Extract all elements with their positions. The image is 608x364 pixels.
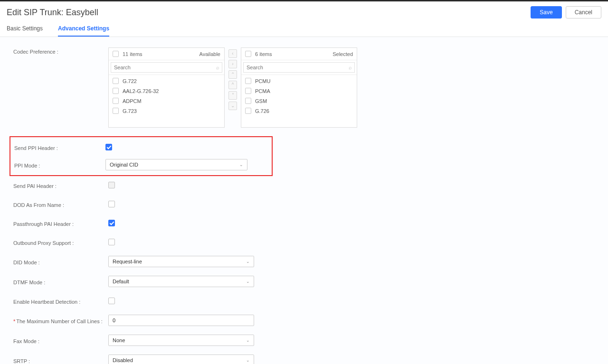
max-lines-input[interactable] xyxy=(108,315,254,326)
send-pai-checkbox[interactable] xyxy=(108,182,115,188)
move-down-button[interactable]: ˅ xyxy=(228,91,237,100)
item-checkbox[interactable] xyxy=(113,78,119,84)
tab-advanced-settings[interactable]: Advanced Settings xyxy=(58,21,109,37)
srtp-select[interactable]: Disabled ⌄ xyxy=(108,355,254,364)
row-did-mode: DID Mode : Request-line ⌄ xyxy=(13,256,595,267)
available-search-wrap: ⌕ xyxy=(109,60,224,75)
item-checkbox[interactable] xyxy=(113,108,119,114)
send-ppi-checkbox[interactable] xyxy=(105,144,112,150)
chevron-down-icon: ⌄ xyxy=(246,338,250,343)
available-search-input[interactable] xyxy=(111,62,222,73)
item-checkbox[interactable] xyxy=(113,88,119,94)
list-item[interactable]: ADPCM xyxy=(109,96,224,106)
selected-status: Selected xyxy=(332,51,353,57)
row-dtmf-mode: DTMF Mode : Default ⌄ xyxy=(13,276,595,287)
did-mode-select[interactable]: Request-line ⌄ xyxy=(108,256,254,267)
srtp-value: Disabled xyxy=(113,357,133,363)
panel-selected-head: 6 items Selected xyxy=(241,48,357,60)
label-srtp: SRTP : xyxy=(13,357,108,364)
available-count: 11 items xyxy=(123,51,142,57)
label-send-pai: Send PAI Header : xyxy=(13,182,108,189)
row-outbound-proxy: Outbound Proxy Support : xyxy=(13,237,595,247)
row-max-lines: *The Maximum Number of Call Lines : xyxy=(13,315,595,326)
selected-list[interactable]: PCMU PCMA GSM G.726 xyxy=(241,75,357,127)
cancel-button[interactable]: Cancel xyxy=(566,6,601,19)
transfer-buttons: ‹ › ⌃ ^ ˅ ⌄ xyxy=(228,49,237,110)
item-checkbox[interactable] xyxy=(245,88,251,94)
list-item[interactable]: PCMA xyxy=(241,86,357,96)
page-header: Edit SIP Trunk: Easybell Save Cancel xyxy=(0,1,608,21)
passthrough-pai-checkbox[interactable] xyxy=(108,220,115,226)
heartbeat-checkbox[interactable] xyxy=(108,298,115,304)
item-label: GSM xyxy=(255,98,267,104)
ppi-mode-select[interactable]: Original CID ⌄ xyxy=(105,159,247,170)
codec-transfer: 11 items Available ⌕ G.722 AAL2-G.726-32… xyxy=(108,47,357,128)
row-send-pai: Send PAI Header : xyxy=(13,180,595,190)
highlight-ppi-box: Send PPI Header : PPI Mode : Original CI… xyxy=(10,136,273,176)
list-item[interactable]: G.723 xyxy=(109,106,224,116)
row-passthrough-pai: Passthrough PAI Header : xyxy=(13,218,595,228)
label-heartbeat: Enable Heartbeat Detection : xyxy=(13,298,108,305)
tabs: Basic Settings Advanced Settings xyxy=(0,21,608,37)
item-checkbox[interactable] xyxy=(245,108,251,114)
dod-from-name-checkbox[interactable] xyxy=(108,201,115,207)
did-mode-value: Request-line xyxy=(113,259,142,264)
label-max-lines: *The Maximum Number of Call Lines : xyxy=(13,317,108,324)
item-label: ADPCM xyxy=(123,98,142,104)
page-title: Edit SIP Trunk: Easybell xyxy=(7,8,98,18)
label-dod-from-name: DOD As From Name : xyxy=(13,201,108,208)
move-top-button[interactable]: ⌃ xyxy=(228,70,237,79)
selected-search-wrap: ⌕ xyxy=(241,60,357,75)
row-ppi-mode: PPI Mode : Original CID ⌄ xyxy=(10,159,267,170)
list-item[interactable]: PCMU xyxy=(241,76,357,86)
check-all-available[interactable] xyxy=(113,51,119,57)
item-checkbox[interactable] xyxy=(245,78,251,84)
fax-mode-select[interactable]: None ⌄ xyxy=(108,335,254,346)
save-button[interactable]: Save xyxy=(531,6,561,19)
item-label: G.722 xyxy=(123,78,137,84)
label-did-mode: DID Mode : xyxy=(13,258,108,265)
move-up-button[interactable]: ^ xyxy=(228,81,237,89)
panel-selected: 6 items Selected ⌕ PCMU PCMA GSM G.726 xyxy=(241,47,357,128)
row-heartbeat: Enable Heartbeat Detection : xyxy=(13,296,595,306)
chevron-down-icon: ⌄ xyxy=(239,162,243,167)
item-label: AAL2-G.726-32 xyxy=(123,88,159,94)
panel-available-head: 11 items Available xyxy=(109,48,224,60)
check-all-selected[interactable] xyxy=(245,51,251,57)
ppi-mode-value: Original CID xyxy=(110,162,138,168)
move-left-button[interactable]: ‹ xyxy=(228,49,237,58)
outbound-proxy-checkbox[interactable] xyxy=(108,239,115,245)
list-item[interactable]: G.726 xyxy=(241,106,357,116)
available-status: Available xyxy=(200,51,220,57)
tab-basic-settings[interactable]: Basic Settings xyxy=(7,21,43,37)
list-item[interactable]: AAL2-G.726-32 xyxy=(109,86,224,96)
chevron-down-icon: ⌄ xyxy=(246,279,250,284)
content-area: Codec Preference : 11 items Available ⌕ … xyxy=(0,37,608,364)
item-label: PCMA xyxy=(255,88,270,94)
row-srtp: SRTP : Disabled ⌄ xyxy=(13,355,595,364)
item-label: G.726 xyxy=(255,108,269,114)
item-label: PCMU xyxy=(255,78,270,84)
dtmf-mode-value: Default xyxy=(113,279,129,284)
item-checkbox[interactable] xyxy=(113,98,119,104)
list-item[interactable]: GSM xyxy=(241,96,357,106)
label-dtmf-mode: DTMF Mode : xyxy=(13,278,108,285)
available-list[interactable]: G.722 AAL2-G.726-32 ADPCM G.723 xyxy=(109,75,224,127)
label-send-ppi: Send PPI Header : xyxy=(14,144,105,151)
fax-mode-value: None xyxy=(113,337,125,343)
row-dod-from-name: DOD As From Name : xyxy=(13,199,595,209)
selected-search-input[interactable] xyxy=(243,62,355,73)
row-fax-mode: Fax Mode : None ⌄ xyxy=(13,335,595,346)
panel-available: 11 items Available ⌕ G.722 AAL2-G.726-32… xyxy=(108,47,225,128)
item-label: G.723 xyxy=(123,108,137,114)
row-send-ppi: Send PPI Header : xyxy=(10,142,267,152)
chevron-down-icon: ⌄ xyxy=(246,259,250,264)
list-item[interactable]: G.722 xyxy=(109,76,224,86)
label-outbound-proxy: Outbound Proxy Support : xyxy=(13,239,108,246)
chevron-down-icon: ⌄ xyxy=(246,358,250,363)
move-right-button[interactable]: › xyxy=(228,60,237,68)
label-codec-preference: Codec Preference : xyxy=(13,47,108,55)
move-bottom-button[interactable]: ⌄ xyxy=(228,102,237,110)
item-checkbox[interactable] xyxy=(245,98,251,104)
dtmf-mode-select[interactable]: Default ⌄ xyxy=(108,276,254,287)
